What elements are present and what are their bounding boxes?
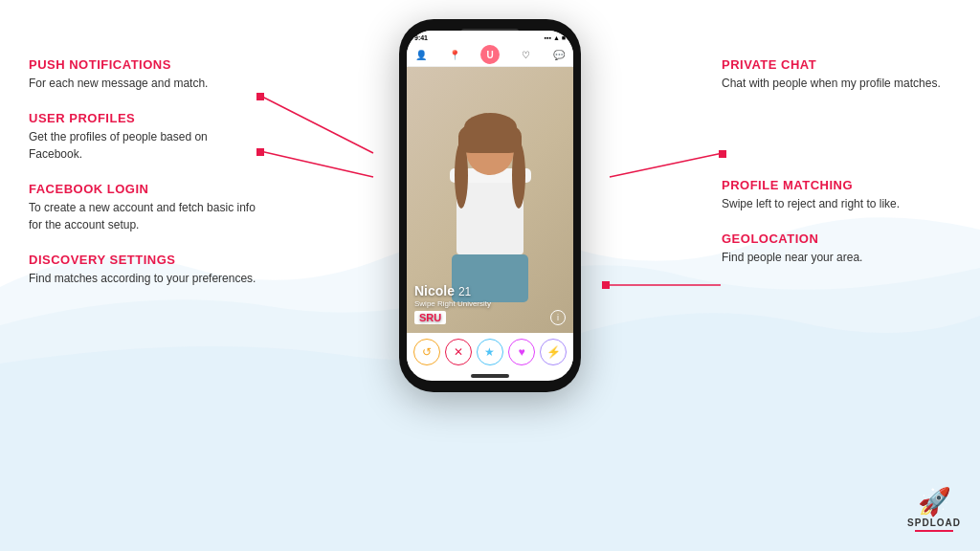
svg-rect-5 bbox=[602, 281, 610, 289]
geolocation-feature: GEOLOCATION Find people near your area. bbox=[722, 231, 951, 266]
app-nav-bar: 👤 📍 U ♡ 💬 bbox=[407, 43, 573, 67]
profile-info-button[interactable]: i bbox=[550, 310, 566, 325]
hair-top bbox=[464, 113, 517, 142]
user-profiles-feature: USER PROFILES Get the profiles of people… bbox=[29, 111, 258, 163]
right-features-panel: PRIVATE CHAT Chat with people when my pr… bbox=[722, 57, 951, 285]
profile-sru-badge: SRU bbox=[414, 311, 446, 324]
action-bar: ↺ ✕ ★ ♥ ⚡ bbox=[407, 333, 573, 371]
discovery-settings-feature: DISCOVERY SETTINGS Find matches accordin… bbox=[29, 253, 258, 287]
geolocation-title: GEOLOCATION bbox=[722, 231, 951, 246]
person-icon: 👤 bbox=[414, 48, 428, 61]
discovery-settings-desc: Find matches according to your preferenc… bbox=[29, 270, 258, 287]
profile-matching-desc: Swipe left to reject and right to like. bbox=[722, 195, 951, 212]
profile-university: Swipe Right University bbox=[414, 299, 491, 308]
private-chat-desc: Chat with people when my profile matches… bbox=[722, 75, 951, 92]
status-time: 9:41 bbox=[414, 34, 428, 41]
profile-image-area: Nicole 21 Swipe Right University SRU i bbox=[407, 67, 573, 333]
geolocation-desc: Find people near your area. bbox=[722, 249, 951, 266]
private-chat-title: PRIVATE CHAT bbox=[722, 57, 951, 72]
spdload-logo: 🚀 SPDLOAD bbox=[907, 486, 961, 532]
discovery-settings-title: DISCOVERY SETTINGS bbox=[29, 253, 258, 267]
profile-info-overlay: Nicole 21 Swipe Right University SRU bbox=[414, 283, 491, 325]
facebook-login-desc: To create a new account and fetch basic … bbox=[29, 199, 258, 233]
facebook-login-feature: FACEBOOK LOGIN To create a new account a… bbox=[29, 182, 258, 233]
status-bar: 9:41 ▪▪▪ ▲ ■ bbox=[407, 31, 573, 43]
svg-line-0 bbox=[260, 96, 373, 153]
like-button[interactable]: ♥ bbox=[508, 339, 535, 365]
user-profiles-title: USER PROFILES bbox=[29, 111, 258, 125]
phone-mockup: 9:41 ▪▪▪ ▲ ■ 👤 📍 U ♡ 💬 bbox=[399, 19, 581, 392]
home-bar bbox=[471, 374, 509, 378]
phone-screen: 9:41 ▪▪▪ ▲ ■ 👤 📍 U ♡ 💬 bbox=[407, 31, 573, 381]
location-icon: 📍 bbox=[448, 48, 461, 61]
push-notifications-feature: PUSH NOTIFICATIONS For each new message … bbox=[29, 57, 258, 92]
boost-button[interactable]: ⚡ bbox=[540, 339, 567, 365]
profile-name: Nicole 21 bbox=[414, 283, 491, 298]
spdload-brand: SPDLOAD bbox=[907, 518, 961, 528]
private-chat-feature: PRIVATE CHAT Chat with people when my pr… bbox=[722, 57, 951, 92]
rewind-button[interactable]: ↺ bbox=[413, 339, 440, 365]
push-notifications-desc: For each new message and match. bbox=[29, 75, 258, 92]
push-notifications-title: PUSH NOTIFICATIONS bbox=[29, 57, 258, 72]
svg-line-2 bbox=[260, 151, 373, 177]
facebook-login-title: FACEBOOK LOGIN bbox=[29, 182, 258, 196]
reject-button[interactable]: ✕ bbox=[445, 339, 472, 365]
rocket-icon: 🚀 bbox=[918, 486, 951, 518]
phone-frame: 9:41 ▪▪▪ ▲ ■ 👤 📍 U ♡ 💬 bbox=[399, 19, 581, 392]
super-like-button[interactable]: ★ bbox=[477, 339, 503, 365]
message-icon: 💬 bbox=[552, 48, 566, 61]
left-features-panel: PUSH NOTIFICATIONS For each new message … bbox=[29, 57, 258, 306]
profile-matching-feature: PROFILE MATCHING Swipe left to reject an… bbox=[722, 178, 951, 212]
tinder-logo: U bbox=[480, 45, 500, 64]
profile-matching-title: PROFILE MATCHING bbox=[722, 178, 951, 192]
page-wrapper: PUSH NOTIFICATIONS For each new message … bbox=[0, 0, 980, 551]
svg-line-6 bbox=[610, 153, 723, 177]
status-icons: ▪▪▪ ▲ ■ bbox=[545, 34, 567, 41]
heart-icon: ♡ bbox=[520, 48, 533, 61]
spdload-underline bbox=[915, 530, 953, 532]
user-profiles-desc: Get the profiles of people based on Face… bbox=[29, 128, 258, 163]
